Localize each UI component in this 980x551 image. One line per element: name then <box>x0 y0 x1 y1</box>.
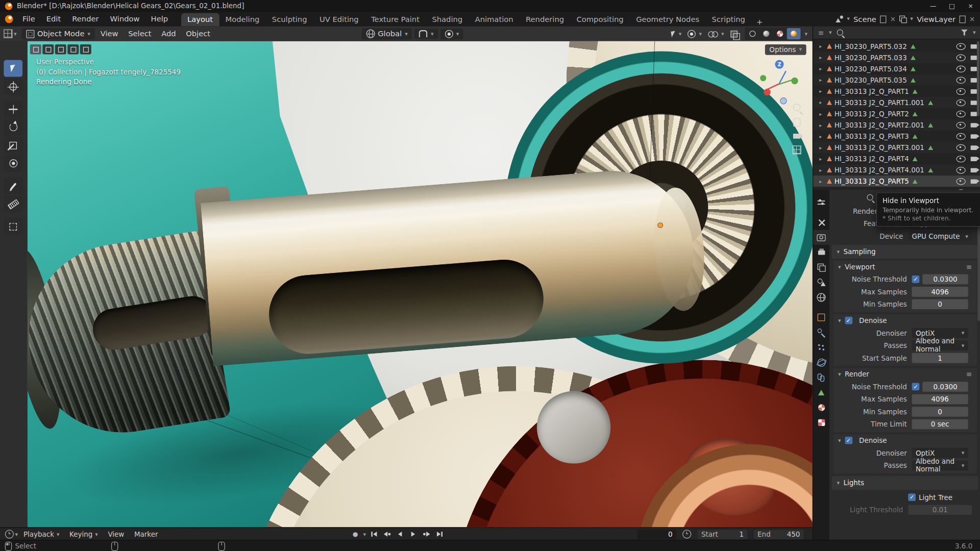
menu-add[interactable]: Add <box>157 30 181 38</box>
outliner-object-row[interactable]: ▸HI_30313 J2_Q_PART3 <box>813 131 980 142</box>
menu-playback[interactable]: Playback▾ <box>19 530 64 538</box>
outliner-object-row[interactable]: ▸HI_30230_PART5.033 <box>813 52 980 63</box>
record-chevron-icon[interactable]: ▾ <box>363 531 366 537</box>
denoise-checkbox[interactable]: ✓ <box>845 317 852 324</box>
hide-in-viewport-eye-icon[interactable] <box>956 155 965 162</box>
scene-name[interactable]: Scene <box>853 15 876 23</box>
tool-select-box[interactable] <box>4 60 22 77</box>
gizmo-z-neg-ball[interactable] <box>780 97 787 104</box>
tab-sculpting[interactable]: Sculpting <box>266 13 313 27</box>
start-sample-field[interactable]: 1 <box>912 353 968 363</box>
expand-caret-icon[interactable]: ▸ <box>819 99 824 105</box>
gizmos-chevron-icon[interactable]: ▾ <box>699 31 702 37</box>
expand-caret-icon[interactable]: ▸ <box>819 133 824 139</box>
tab-physics[interactable] <box>813 355 829 370</box>
outliner-object-row[interactable]: ▸HI_30313 J2_Q_PART2.001 <box>813 119 980 131</box>
menu-file[interactable]: File <box>17 12 41 26</box>
menu-select[interactable]: Select <box>124 30 156 38</box>
tab-texture[interactable] <box>813 415 829 430</box>
object-types-chevron-icon[interactable]: ▾ <box>679 31 682 37</box>
close-button[interactable]: × <box>961 0 980 12</box>
denoise-subpanel-header[interactable]: ▾ ✓ Denoise <box>833 434 977 446</box>
viewport-noise-threshold-field[interactable]: 0.0300 <box>922 274 968 285</box>
tab-tool[interactable] <box>813 215 829 230</box>
select-mode-extend-button[interactable] <box>42 44 54 55</box>
overlays-toggle-icon[interactable] <box>708 31 718 37</box>
tab-world[interactable] <box>813 290 829 305</box>
hide-in-viewport-eye-icon[interactable] <box>956 88 965 94</box>
hide-in-viewport-eye-icon[interactable] <box>956 110 965 117</box>
editor-type-icon[interactable] <box>4 30 12 38</box>
outliner-object-row[interactable]: ▸HI_30313 J2_Q_PART1.001 <box>813 97 980 108</box>
tab-object-data[interactable] <box>813 385 829 399</box>
new-scene-icon[interactable] <box>880 15 886 23</box>
remove-viewlayer-icon[interactable]: × <box>969 16 975 22</box>
disable-in-renders-camera-icon[interactable] <box>971 134 977 139</box>
add-workspace-button[interactable]: + <box>751 17 768 26</box>
lights-section-header[interactable]: ▾ Lights <box>832 476 978 490</box>
viewlayer-icon[interactable] <box>899 16 906 22</box>
tab-animation[interactable]: Animation <box>469 13 519 27</box>
render-min-samples-field[interactable]: 0 <box>912 407 968 417</box>
object-name[interactable]: HI_30313 J2_Q_PART2.001 <box>835 121 924 129</box>
expand-caret-icon[interactable]: ▸ <box>819 88 824 94</box>
jump-to-end-button[interactable] <box>434 530 445 538</box>
tool-add-cube[interactable] <box>4 218 22 235</box>
disable-in-renders-camera-icon[interactable] <box>971 101 977 105</box>
preset-list-icon[interactable]: ≡ <box>966 263 972 270</box>
jump-to-start-button[interactable] <box>369 530 379 538</box>
timeline-editor-icon[interactable] <box>5 530 14 538</box>
object-name[interactable]: HI_30313 J2_Q_PART4.001 <box>835 166 924 174</box>
expand-caret-icon[interactable]: ▸ <box>819 55 824 60</box>
disable-in-renders-camera-icon[interactable] <box>971 44 977 48</box>
noise-threshold-checkbox[interactable]: ✓ <box>912 276 920 283</box>
timeline-editor-chevron-icon[interactable]: ▾ <box>15 531 18 537</box>
disable-in-renders-camera-icon[interactable] <box>971 145 977 150</box>
hide-in-viewport-eye-icon[interactable] <box>956 43 965 49</box>
expand-caret-icon[interactable]: ▸ <box>819 179 824 184</box>
light-threshold-field[interactable]: 0.01 <box>908 505 972 515</box>
menu-marker[interactable]: Marker <box>130 530 162 538</box>
tab-modeling[interactable]: Modeling <box>219 13 265 27</box>
disable-in-renders-camera-icon[interactable] <box>971 157 977 161</box>
select-mode-subtract-button[interactable] <box>55 44 66 55</box>
current-frame-field[interactable]: 0 <box>638 530 676 539</box>
tool-scale[interactable] <box>4 137 22 154</box>
outliner-object-row-highlighted[interactable]: ▸HI_30313 J2_Q_PART5 <box>813 176 980 187</box>
hide-in-viewport-eye-icon[interactable] <box>956 65 965 72</box>
pan-hand-icon[interactable] <box>793 118 801 127</box>
expand-caret-icon[interactable]: ▸ <box>819 122 824 128</box>
viewport-passes-dropdown[interactable]: Albedo and Normal▾ <box>912 340 968 350</box>
denoise-subpanel-header[interactable]: ▾ ✓ Denoise <box>833 314 977 327</box>
viewport-subpanel-header[interactable]: ▾ Viewport ≡ <box>833 261 977 273</box>
hide-in-viewport-eye-icon[interactable] <box>956 166 965 173</box>
object-name[interactable]: HI_30313 J2_Q_PART1.001 <box>835 98 924 107</box>
disable-in-renders-camera-icon[interactable] <box>971 89 977 93</box>
object-name[interactable]: HI_30230_PART5.034 <box>835 65 907 73</box>
auto-keying-record-button[interactable]: ● <box>350 530 361 538</box>
zoom-icon[interactable] <box>793 104 801 111</box>
expand-caret-icon[interactable]: ▸ <box>819 77 824 83</box>
xray-toggle-icon[interactable] <box>731 30 738 37</box>
proportional-editing-toggle[interactable]: ▾ <box>440 29 463 39</box>
gizmo-z-ball[interactable]: Z <box>775 60 783 69</box>
object-name[interactable]: HI_30313 J2_Q_PART2 <box>835 110 909 118</box>
outliner-object-row[interactable]: ▸HI_30230_PART5.035 <box>813 74 980 86</box>
light-tree-checkbox[interactable]: ✓ <box>908 493 916 501</box>
tab-rendering[interactable]: Rendering <box>520 13 571 27</box>
editor-type-chevron-icon[interactable]: ▾ <box>14 31 17 37</box>
expand-caret-icon[interactable]: ▸ <box>819 144 824 150</box>
viewport-3d[interactable]: User Perspective (0) Collection | Fogazo… <box>28 41 813 528</box>
object-name[interactable]: HI_30313 J2_Q_PART3.001 <box>835 143 924 152</box>
disable-in-renders-camera-icon[interactable] <box>971 168 977 172</box>
render-max-samples-field[interactable]: 4096 <box>912 394 968 405</box>
gizmo-y-neg-ball[interactable] <box>760 75 766 81</box>
tab-scene[interactable] <box>813 275 829 290</box>
menu-render[interactable]: Render <box>66 12 104 26</box>
outliner-object-row[interactable]: ▸HI_30230_PART5.032 <box>813 41 980 52</box>
show-object-types-icon[interactable] <box>671 31 676 37</box>
tab-output[interactable] <box>813 245 829 260</box>
play-button[interactable] <box>408 530 419 538</box>
tab-shading[interactable]: Shading <box>426 13 469 27</box>
render-noise-threshold-field[interactable]: 0.0300 <box>922 382 968 392</box>
